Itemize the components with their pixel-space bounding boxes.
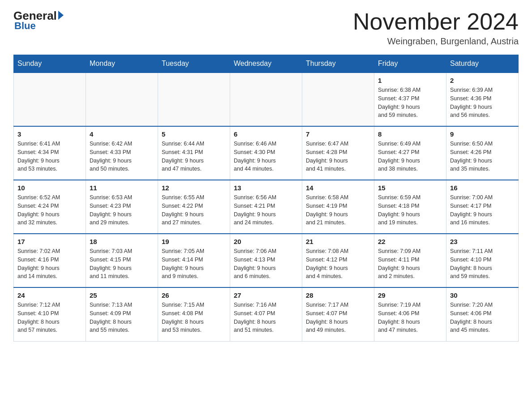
calendar-week-4: 17Sunrise: 7:02 AM Sunset: 4:16 PM Dayli… <box>14 234 519 287</box>
day-info: Sunrise: 7:11 AM Sunset: 4:10 PM Dayligh… <box>450 247 515 281</box>
day-info: Sunrise: 6:52 AM Sunset: 4:24 PM Dayligh… <box>17 193 82 227</box>
day-info: Sunrise: 6:44 AM Sunset: 4:31 PM Dayligh… <box>162 140 226 173</box>
calendar-cell: 17Sunrise: 7:02 AM Sunset: 4:16 PM Dayli… <box>14 234 86 287</box>
header-day-sunday: Sunday <box>14 55 86 73</box>
calendar-cell: 11Sunrise: 6:53 AM Sunset: 4:23 PM Dayli… <box>86 180 158 234</box>
day-number: 13 <box>234 184 298 192</box>
calendar-header-row: SundayMondayTuesdayWednesdayThursdayFrid… <box>14 55 519 73</box>
calendar-week-2: 3Sunrise: 6:41 AM Sunset: 4:34 PM Daylig… <box>14 126 519 180</box>
day-number: 9 <box>450 130 515 138</box>
page-header: General Blue November 2024 Weingraben, B… <box>13 9 519 47</box>
day-number: 28 <box>306 291 370 299</box>
calendar-cell: 10Sunrise: 6:52 AM Sunset: 4:24 PM Dayli… <box>14 180 86 234</box>
day-number: 3 <box>17 130 82 138</box>
calendar-cell: 24Sunrise: 7:12 AM Sunset: 4:10 PM Dayli… <box>14 287 86 341</box>
day-info: Sunrise: 7:08 AM Sunset: 4:12 PM Dayligh… <box>306 247 370 281</box>
day-info: Sunrise: 6:41 AM Sunset: 4:34 PM Dayligh… <box>17 140 82 173</box>
calendar-cell: 8Sunrise: 6:49 AM Sunset: 4:27 PM Daylig… <box>374 126 446 180</box>
calendar-cell: 12Sunrise: 6:55 AM Sunset: 4:22 PM Dayli… <box>158 180 230 234</box>
day-info: Sunrise: 6:47 AM Sunset: 4:28 PM Dayligh… <box>306 140 370 173</box>
calendar-cell <box>230 73 302 126</box>
day-info: Sunrise: 6:39 AM Sunset: 4:36 PM Dayligh… <box>450 86 515 120</box>
day-info: Sunrise: 7:15 AM Sunset: 4:08 PM Dayligh… <box>162 301 226 334</box>
day-number: 26 <box>162 291 226 299</box>
calendar-cell: 3Sunrise: 6:41 AM Sunset: 4:34 PM Daylig… <box>14 126 86 180</box>
day-number: 16 <box>450 184 515 192</box>
calendar-cell: 26Sunrise: 7:15 AM Sunset: 4:08 PM Dayli… <box>158 287 230 341</box>
day-info: Sunrise: 7:17 AM Sunset: 4:07 PM Dayligh… <box>306 301 370 334</box>
day-number: 30 <box>450 291 515 299</box>
calendar-cell: 18Sunrise: 7:03 AM Sunset: 4:15 PM Dayli… <box>86 234 158 287</box>
calendar-cell: 13Sunrise: 6:56 AM Sunset: 4:21 PM Dayli… <box>230 180 302 234</box>
calendar-cell: 27Sunrise: 7:16 AM Sunset: 4:07 PM Dayli… <box>230 287 302 341</box>
day-number: 7 <box>306 130 370 138</box>
day-number: 22 <box>378 238 442 245</box>
day-info: Sunrise: 7:05 AM Sunset: 4:14 PM Dayligh… <box>162 247 226 281</box>
calendar-cell: 5Sunrise: 6:44 AM Sunset: 4:31 PM Daylig… <box>158 126 230 180</box>
day-number: 29 <box>378 291 442 299</box>
day-number: 10 <box>17 184 82 192</box>
calendar-table: SundayMondayTuesdayWednesdayThursdayFrid… <box>13 55 519 342</box>
logo-blue: Blue <box>14 20 36 32</box>
day-info: Sunrise: 7:19 AM Sunset: 4:06 PM Dayligh… <box>378 301 442 334</box>
day-info: Sunrise: 6:46 AM Sunset: 4:30 PM Dayligh… <box>234 140 298 173</box>
day-number: 19 <box>162 238 226 245</box>
calendar-cell: 23Sunrise: 7:11 AM Sunset: 4:10 PM Dayli… <box>446 234 519 287</box>
day-number: 20 <box>234 238 298 245</box>
calendar-week-3: 10Sunrise: 6:52 AM Sunset: 4:24 PM Dayli… <box>14 180 519 234</box>
calendar-cell: 4Sunrise: 6:42 AM Sunset: 4:33 PM Daylig… <box>86 126 158 180</box>
calendar-cell: 19Sunrise: 7:05 AM Sunset: 4:14 PM Dayli… <box>158 234 230 287</box>
calendar-cell: 1Sunrise: 6:38 AM Sunset: 4:37 PM Daylig… <box>374 73 446 126</box>
day-number: 4 <box>90 130 154 138</box>
calendar-cell: 14Sunrise: 6:58 AM Sunset: 4:19 PM Dayli… <box>302 180 374 234</box>
day-info: Sunrise: 6:42 AM Sunset: 4:33 PM Dayligh… <box>90 140 154 173</box>
day-number: 15 <box>378 184 442 192</box>
calendar-cell: 29Sunrise: 7:19 AM Sunset: 4:06 PM Dayli… <box>374 287 446 341</box>
day-number: 2 <box>450 77 515 84</box>
day-info: Sunrise: 7:09 AM Sunset: 4:11 PM Dayligh… <box>378 247 442 281</box>
day-number: 23 <box>450 238 515 245</box>
header-day-tuesday: Tuesday <box>158 55 230 73</box>
calendar-cell: 9Sunrise: 6:50 AM Sunset: 4:26 PM Daylig… <box>446 126 519 180</box>
day-number: 27 <box>234 291 298 299</box>
calendar-cell: 30Sunrise: 7:20 AM Sunset: 4:06 PM Dayli… <box>446 287 519 341</box>
day-number: 1 <box>378 77 442 84</box>
day-number: 24 <box>17 291 82 299</box>
day-info: Sunrise: 6:59 AM Sunset: 4:18 PM Dayligh… <box>378 193 442 227</box>
header-day-friday: Friday <box>374 55 446 73</box>
day-number: 8 <box>378 130 442 138</box>
calendar-cell: 2Sunrise: 6:39 AM Sunset: 4:36 PM Daylig… <box>446 73 519 126</box>
header-day-saturday: Saturday <box>446 55 519 73</box>
day-info: Sunrise: 6:53 AM Sunset: 4:23 PM Dayligh… <box>90 193 154 227</box>
title-area: November 2024 Weingraben, Burgenland, Au… <box>353 9 519 47</box>
calendar-week-5: 24Sunrise: 7:12 AM Sunset: 4:10 PM Dayli… <box>14 287 519 341</box>
day-number: 11 <box>90 184 154 192</box>
subtitle: Weingraben, Burgenland, Austria <box>353 36 519 47</box>
calendar-cell <box>158 73 230 126</box>
day-number: 14 <box>306 184 370 192</box>
day-number: 17 <box>17 238 82 245</box>
header-day-monday: Monday <box>86 55 158 73</box>
header-day-wednesday: Wednesday <box>230 55 302 73</box>
calendar-cell: 6Sunrise: 6:46 AM Sunset: 4:30 PM Daylig… <box>230 126 302 180</box>
day-info: Sunrise: 7:12 AM Sunset: 4:10 PM Dayligh… <box>17 301 82 334</box>
calendar-cell: 21Sunrise: 7:08 AM Sunset: 4:12 PM Dayli… <box>302 234 374 287</box>
day-info: Sunrise: 7:16 AM Sunset: 4:07 PM Dayligh… <box>234 301 298 334</box>
calendar-cell: 22Sunrise: 7:09 AM Sunset: 4:11 PM Dayli… <box>374 234 446 287</box>
calendar-cell: 16Sunrise: 7:00 AM Sunset: 4:17 PM Dayli… <box>446 180 519 234</box>
logo: General Blue <box>13 9 64 32</box>
day-info: Sunrise: 6:49 AM Sunset: 4:27 PM Dayligh… <box>378 140 442 173</box>
day-number: 6 <box>234 130 298 138</box>
day-number: 25 <box>90 291 154 299</box>
calendar-cell <box>302 73 374 126</box>
day-number: 5 <box>162 130 226 138</box>
calendar-cell: 15Sunrise: 6:59 AM Sunset: 4:18 PM Dayli… <box>374 180 446 234</box>
day-info: Sunrise: 7:06 AM Sunset: 4:13 PM Dayligh… <box>234 247 298 281</box>
day-info: Sunrise: 6:55 AM Sunset: 4:22 PM Dayligh… <box>162 193 226 227</box>
day-info: Sunrise: 7:02 AM Sunset: 4:16 PM Dayligh… <box>17 247 82 281</box>
day-number: 18 <box>90 238 154 245</box>
day-info: Sunrise: 6:56 AM Sunset: 4:21 PM Dayligh… <box>234 193 298 227</box>
logo-arrow-icon <box>58 11 64 20</box>
page-title: November 2024 <box>353 9 519 34</box>
calendar-cell <box>86 73 158 126</box>
